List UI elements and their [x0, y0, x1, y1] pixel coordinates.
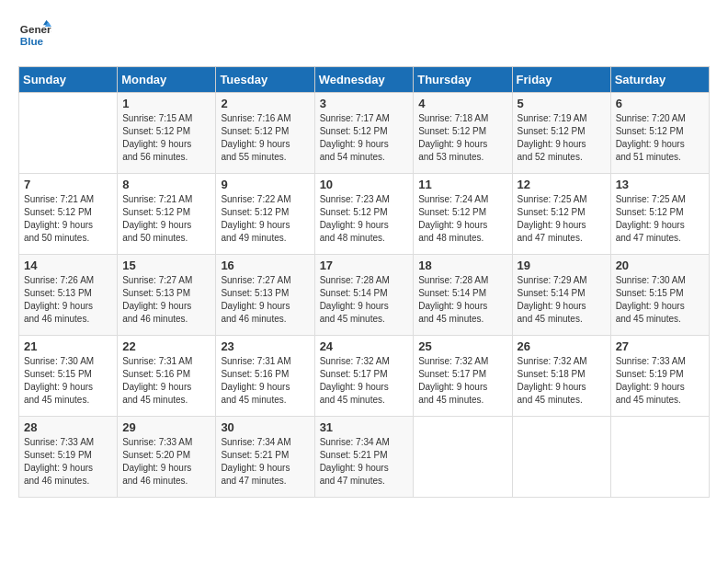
calendar-cell: 24Sunrise: 7:32 AM Sunset: 5:17 PM Dayli…: [314, 336, 414, 417]
day-number: 5: [518, 97, 606, 110]
calendar-cell: 28Sunrise: 7:33 AM Sunset: 5:19 PM Dayli…: [19, 417, 118, 498]
calendar-table: SundayMondayTuesdayWednesdayThursdayFrid…: [18, 66, 710, 498]
day-number: 31: [320, 420, 409, 434]
day-number: 25: [418, 339, 506, 353]
calendar-cell: 22Sunrise: 7:31 AM Sunset: 5:16 PM Dayli…: [118, 336, 216, 417]
day-info: Sunrise: 7:26 AM Sunset: 5:13 PM Dayligh…: [24, 274, 112, 326]
day-info: Sunrise: 7:23 AM Sunset: 5:12 PM Dayligh…: [320, 193, 409, 245]
day-number: 19: [518, 259, 606, 272]
header-saturday: Saturday: [610, 67, 709, 93]
day-number: 24: [320, 339, 409, 353]
calendar-cell: 29Sunrise: 7:33 AM Sunset: 5:20 PM Dayli…: [118, 417, 216, 498]
day-number: 9: [221, 178, 309, 191]
week-row-5: 28Sunrise: 7:33 AM Sunset: 5:19 PM Dayli…: [19, 417, 710, 498]
week-row-3: 14Sunrise: 7:26 AM Sunset: 5:13 PM Dayli…: [19, 255, 710, 336]
day-info: Sunrise: 7:33 AM Sunset: 5:19 PM Dayligh…: [24, 436, 112, 488]
day-info: Sunrise: 7:28 AM Sunset: 5:14 PM Dayligh…: [320, 274, 409, 326]
calendar-cell: 27Sunrise: 7:33 AM Sunset: 5:19 PM Dayli…: [610, 336, 709, 417]
calendar-cell: 12Sunrise: 7:25 AM Sunset: 5:12 PM Dayli…: [512, 174, 610, 255]
week-row-4: 21Sunrise: 7:30 AM Sunset: 5:15 PM Dayli…: [19, 336, 710, 417]
calendar-cell: [19, 93, 118, 174]
header-thursday: Thursday: [414, 67, 512, 93]
day-number: 29: [122, 420, 210, 434]
day-info: Sunrise: 7:32 AM Sunset: 5:17 PM Dayligh…: [320, 355, 409, 407]
calendar-cell: 19Sunrise: 7:29 AM Sunset: 5:14 PM Dayli…: [512, 255, 610, 336]
day-number: 14: [24, 259, 112, 272]
day-info: Sunrise: 7:30 AM Sunset: 5:15 PM Dayligh…: [24, 355, 112, 407]
day-info: Sunrise: 7:34 AM Sunset: 5:21 PM Dayligh…: [221, 436, 309, 488]
day-info: Sunrise: 7:29 AM Sunset: 5:14 PM Dayligh…: [518, 274, 606, 326]
day-number: 10: [320, 178, 409, 191]
svg-text:Blue: Blue: [20, 35, 44, 47]
calendar-cell: 3Sunrise: 7:17 AM Sunset: 5:12 PM Daylig…: [314, 93, 414, 174]
day-info: Sunrise: 7:25 AM Sunset: 5:12 PM Dayligh…: [518, 193, 606, 245]
header-monday: Monday: [118, 67, 216, 93]
calendar-cell: 1Sunrise: 7:15 AM Sunset: 5:12 PM Daylig…: [118, 93, 216, 174]
calendar-cell: 20Sunrise: 7:30 AM Sunset: 5:15 PM Dayli…: [610, 255, 709, 336]
day-info: Sunrise: 7:32 AM Sunset: 5:18 PM Dayligh…: [518, 355, 606, 407]
calendar-cell: 16Sunrise: 7:27 AM Sunset: 5:13 PM Dayli…: [216, 255, 314, 336]
day-info: Sunrise: 7:16 AM Sunset: 5:12 PM Dayligh…: [221, 112, 309, 164]
day-number: 26: [518, 339, 606, 353]
day-number: 23: [221, 339, 309, 353]
day-info: Sunrise: 7:24 AM Sunset: 5:12 PM Dayligh…: [418, 193, 506, 245]
day-number: 2: [221, 97, 309, 110]
day-info: Sunrise: 7:27 AM Sunset: 5:13 PM Dayligh…: [122, 274, 210, 326]
day-info: Sunrise: 7:33 AM Sunset: 5:20 PM Dayligh…: [122, 436, 210, 488]
day-info: Sunrise: 7:18 AM Sunset: 5:12 PM Dayligh…: [418, 112, 506, 164]
day-number: 17: [320, 259, 409, 272]
calendar-cell: 8Sunrise: 7:21 AM Sunset: 5:12 PM Daylig…: [118, 174, 216, 255]
calendar-cell: 4Sunrise: 7:18 AM Sunset: 5:12 PM Daylig…: [414, 93, 512, 174]
calendar-cell: 31Sunrise: 7:34 AM Sunset: 5:21 PM Dayli…: [314, 417, 414, 498]
day-info: Sunrise: 7:32 AM Sunset: 5:17 PM Dayligh…: [418, 355, 506, 407]
header-row: SundayMondayTuesdayWednesdayThursdayFrid…: [19, 67, 710, 93]
page-header: General Blue: [18, 18, 710, 52]
calendar-cell: 30Sunrise: 7:34 AM Sunset: 5:21 PM Dayli…: [216, 417, 314, 498]
day-number: 22: [122, 339, 210, 353]
calendar-cell: 6Sunrise: 7:20 AM Sunset: 5:12 PM Daylig…: [610, 93, 709, 174]
day-info: Sunrise: 7:21 AM Sunset: 5:12 PM Dayligh…: [122, 193, 210, 245]
header-wednesday: Wednesday: [314, 67, 414, 93]
header-friday: Friday: [512, 67, 610, 93]
calendar-cell: 13Sunrise: 7:25 AM Sunset: 5:12 PM Dayli…: [610, 174, 709, 255]
header-sunday: Sunday: [19, 67, 118, 93]
day-number: 6: [616, 97, 704, 110]
calendar-cell: 26Sunrise: 7:32 AM Sunset: 5:18 PM Dayli…: [512, 336, 610, 417]
header-tuesday: Tuesday: [216, 67, 314, 93]
calendar-cell: [414, 417, 512, 498]
day-number: 21: [24, 339, 112, 353]
day-info: Sunrise: 7:34 AM Sunset: 5:21 PM Dayligh…: [320, 436, 409, 488]
day-number: 16: [221, 259, 309, 272]
calendar-cell: 21Sunrise: 7:30 AM Sunset: 5:15 PM Dayli…: [19, 336, 118, 417]
calendar-cell: 10Sunrise: 7:23 AM Sunset: 5:12 PM Dayli…: [314, 174, 414, 255]
calendar-cell: 18Sunrise: 7:28 AM Sunset: 5:14 PM Dayli…: [414, 255, 512, 336]
day-number: 3: [320, 97, 409, 110]
calendar-cell: 14Sunrise: 7:26 AM Sunset: 5:13 PM Dayli…: [19, 255, 118, 336]
day-info: Sunrise: 7:30 AM Sunset: 5:15 PM Dayligh…: [616, 274, 704, 326]
day-number: 30: [221, 420, 309, 434]
calendar-cell: [512, 417, 610, 498]
day-info: Sunrise: 7:33 AM Sunset: 5:19 PM Dayligh…: [616, 355, 704, 407]
day-number: 27: [616, 339, 704, 353]
day-number: 18: [418, 259, 506, 272]
calendar-cell: 25Sunrise: 7:32 AM Sunset: 5:17 PM Dayli…: [414, 336, 512, 417]
calendar-cell: 9Sunrise: 7:22 AM Sunset: 5:12 PM Daylig…: [216, 174, 314, 255]
day-number: 1: [122, 97, 210, 110]
day-info: Sunrise: 7:25 AM Sunset: 5:12 PM Dayligh…: [616, 193, 704, 245]
logo: General Blue: [18, 18, 51, 52]
day-info: Sunrise: 7:17 AM Sunset: 5:12 PM Dayligh…: [320, 112, 409, 164]
calendar-cell: 15Sunrise: 7:27 AM Sunset: 5:13 PM Dayli…: [118, 255, 216, 336]
day-info: Sunrise: 7:28 AM Sunset: 5:14 PM Dayligh…: [418, 274, 506, 326]
day-info: Sunrise: 7:27 AM Sunset: 5:13 PM Dayligh…: [221, 274, 309, 326]
day-info: Sunrise: 7:19 AM Sunset: 5:12 PM Dayligh…: [518, 112, 606, 164]
day-number: 8: [122, 178, 210, 191]
day-info: Sunrise: 7:22 AM Sunset: 5:12 PM Dayligh…: [221, 193, 309, 245]
calendar-cell: 17Sunrise: 7:28 AM Sunset: 5:14 PM Dayli…: [314, 255, 414, 336]
day-info: Sunrise: 7:31 AM Sunset: 5:16 PM Dayligh…: [221, 355, 309, 407]
day-number: 12: [518, 178, 606, 191]
calendar-cell: 11Sunrise: 7:24 AM Sunset: 5:12 PM Dayli…: [414, 174, 512, 255]
calendar-cell: 7Sunrise: 7:21 AM Sunset: 5:12 PM Daylig…: [19, 174, 118, 255]
day-info: Sunrise: 7:21 AM Sunset: 5:12 PM Dayligh…: [24, 193, 112, 245]
logo-icon: General Blue: [18, 18, 51, 52]
day-number: 13: [616, 178, 704, 191]
